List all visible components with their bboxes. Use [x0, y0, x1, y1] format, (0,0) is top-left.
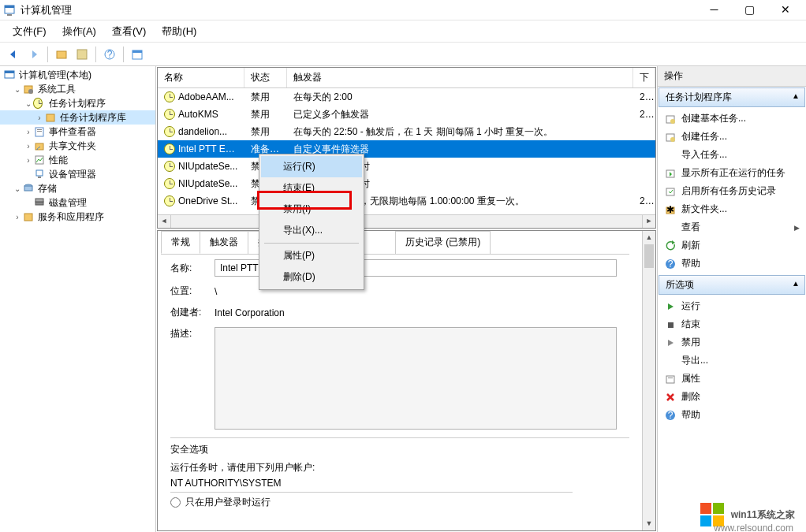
action-item[interactable]: 运行 [661, 297, 803, 315]
close-button[interactable]: ✕ [767, 0, 803, 20]
col-status[interactable]: 状态 [244, 68, 287, 87]
svg-text:?: ? [668, 259, 674, 270]
menu-view[interactable]: 查看(V) [104, 21, 154, 42]
col-trigger[interactable]: 触发器 [287, 68, 633, 87]
clock-icon [164, 91, 175, 102]
action-item[interactable]: 禁用 [661, 333, 803, 352]
tree-services-apps[interactable]: ›服务和应用程序 [0, 210, 155, 224]
separator [47, 47, 48, 62]
actions-section-selected[interactable]: 所选项▲ [659, 275, 805, 295]
action-icon [664, 221, 677, 234]
task-row[interactable]: NIUpdateSe...禁在每天的 18:46 时 [158, 158, 655, 175]
task-row[interactable]: AutoKMS禁用已定义多个触发器20 [158, 106, 655, 123]
v-scrollbar[interactable]: ▲ ▼ [642, 231, 655, 530]
action-item[interactable]: ✱新文件夹... [661, 200, 803, 218]
tree-shared-folders[interactable]: ›共享文件夹 [0, 139, 155, 153]
tab-triggers[interactable]: 触发器 [200, 231, 248, 254]
tree-disk-management[interactable]: 磁盘管理 [0, 195, 155, 210]
scroll-right-icon[interactable]: ► [642, 215, 655, 228]
actions-panel: 操作 任务计划程序库▲ 创建基本任务...创建任务...导入任务...显示所有正… [658, 66, 806, 532]
tree-label: 磁盘管理 [49, 196, 87, 210]
expander-icon[interactable]: › [13, 213, 22, 221]
actions-section-library[interactable]: 任务计划程序库▲ [659, 87, 805, 107]
tree-panel[interactable]: 计算机管理(本地) ⌄系统工具 ⌄任务计划程序 ›任务计划程序库 ›事件查看器 … [0, 66, 156, 532]
collapse-icon[interactable]: ▲ [792, 91, 800, 100]
context-delete[interactable]: 删除(D) [261, 266, 362, 288]
action-item[interactable]: ?帮助 [661, 255, 803, 273]
tree-task-scheduler-library[interactable]: ›任务计划程序库 [0, 110, 155, 125]
scroll-up-icon[interactable]: ▲ [643, 231, 655, 244]
expander-icon[interactable]: › [24, 128, 33, 136]
creator-label: 创建者: [170, 306, 215, 319]
action-item[interactable]: 属性 [661, 370, 803, 388]
forward-button[interactable] [24, 45, 43, 64]
action-item[interactable]: 启用所有任务历史记录 [661, 182, 803, 200]
action-item[interactable]: 结束 [661, 315, 803, 333]
tree-system-tools[interactable]: ⌄系统工具 [0, 82, 155, 96]
expander-icon[interactable]: › [35, 113, 44, 122]
tab-history[interactable]: 历史记录 (已禁用) [395, 231, 491, 254]
menu-help[interactable]: 帮助(H) [154, 21, 204, 42]
expander-icon[interactable]: ⌄ [13, 85, 22, 94]
action-icon [664, 185, 677, 198]
tool-help[interactable]: ? [100, 45, 119, 64]
separator [264, 243, 359, 244]
task-row[interactable]: dandelion...禁用在每天的 22:50 - 触发后，在 1 天 期间每… [158, 123, 655, 140]
tool-run[interactable] [73, 45, 91, 64]
context-properties[interactable]: 属性(P) [261, 245, 362, 266]
expander-icon[interactable]: › [24, 142, 33, 151]
context-end[interactable]: 结束(E) [261, 177, 362, 199]
tree-root[interactable]: 计算机管理(本地) [0, 68, 155, 82]
maximize-button[interactable]: ▢ [732, 0, 767, 20]
expander-icon[interactable]: › [24, 156, 33, 165]
action-item[interactable]: ?帮助 [661, 406, 803, 424]
h-scrollbar[interactable]: ◄ ► [158, 214, 655, 228]
task-row[interactable]: Intel PTT EK ...准备就绪自定义事件筛选器 [158, 140, 655, 158]
scroll-thumb[interactable] [644, 244, 654, 268]
menubar: 文件(F) 操作(A) 查看(V) 帮助(H) [0, 20, 806, 43]
tree-storage[interactable]: ⌄存储 [0, 181, 155, 195]
tree-device-manager[interactable]: 设备管理器 [0, 167, 155, 181]
clock-icon [164, 178, 175, 189]
action-icon [664, 300, 677, 313]
action-item[interactable]: 导出... [661, 352, 803, 370]
action-item[interactable]: 创建任务... [661, 128, 803, 146]
context-export[interactable]: 导出(X)... [261, 220, 362, 241]
tree-task-scheduler[interactable]: ⌄任务计划程序 [0, 96, 155, 110]
separator [95, 47, 96, 62]
tool-calendar[interactable] [128, 45, 147, 64]
svg-rect-14 [35, 128, 43, 136]
back-button[interactable] [4, 45, 23, 64]
col-next[interactable]: 下 [633, 68, 655, 87]
svg-text:?: ? [668, 410, 674, 421]
context-run[interactable]: 运行(R) [261, 156, 362, 177]
clock-icon [164, 143, 175, 154]
expander-icon[interactable]: ⌄ [24, 99, 33, 108]
action-icon [664, 131, 677, 143]
tree-performance[interactable]: ›性能 [0, 153, 155, 167]
tool-folder[interactable] [52, 45, 71, 64]
desc-textarea[interactable] [215, 327, 617, 430]
svg-rect-36 [668, 322, 674, 328]
task-row[interactable]: AdobeAAM...禁用在每天的 2:0020 [158, 88, 655, 106]
action-item[interactable]: 查看▶ [661, 218, 803, 236]
tree-event-viewer[interactable]: ›事件查看器 [0, 125, 155, 139]
action-item[interactable]: 删除 [661, 388, 803, 406]
collapse-icon[interactable]: ▲ [792, 279, 800, 288]
action-item[interactable]: 刷新 [661, 236, 803, 255]
menu-file[interactable]: 文件(F) [5, 21, 54, 42]
context-disable[interactable]: 禁用(I) [261, 199, 362, 220]
action-item[interactable]: 导入任务... [661, 146, 803, 164]
radio-logon-only[interactable] [170, 497, 181, 508]
minimize-button[interactable]: ─ [696, 0, 732, 20]
tab-general[interactable]: 常规 [161, 231, 200, 254]
action-item[interactable]: 创建基本任务... [661, 110, 803, 128]
scroll-down-icon[interactable]: ▼ [643, 517, 655, 530]
expander-icon[interactable]: ⌄ [13, 184, 22, 193]
scroll-left-icon[interactable]: ◄ [158, 215, 171, 228]
task-row[interactable]: OneDrive St...禁4:00 时 - 触发后，无限期地每隔 1.00:… [158, 192, 655, 210]
task-row[interactable]: NIUpdateSe...禁在每天的 14:00 时 [158, 175, 655, 192]
col-name[interactable]: 名称 [158, 68, 244, 87]
action-item[interactable]: 显示所有正在运行的任务 [661, 164, 803, 182]
menu-action[interactable]: 操作(A) [54, 21, 104, 42]
